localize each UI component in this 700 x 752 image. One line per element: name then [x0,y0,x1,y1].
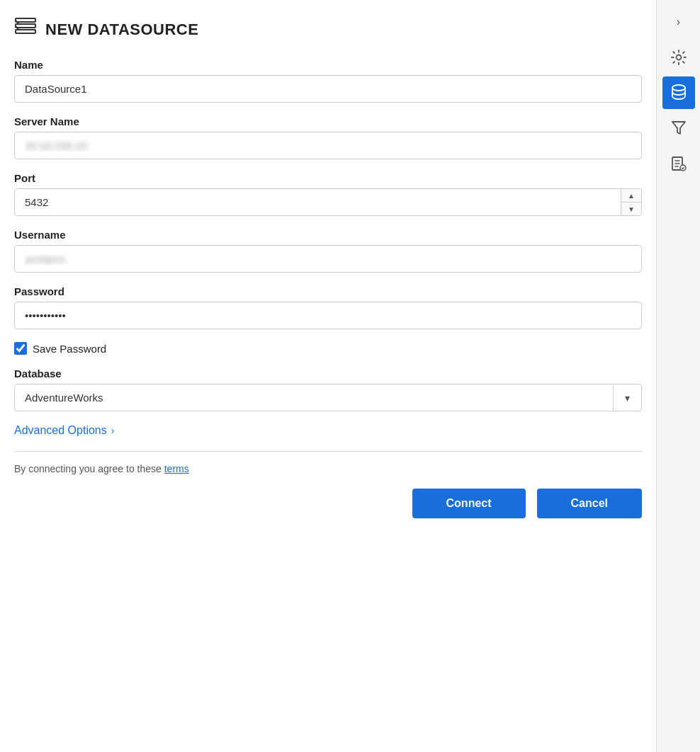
password-input[interactable] [14,302,642,329]
terms-link[interactable]: terms [164,463,189,474]
sidebar-report-icon[interactable] [662,147,695,180]
chevron-right-icon: › [111,425,115,436]
svg-rect-0 [16,18,35,22]
port-wrapper: ▲ ▼ [14,188,642,216]
advanced-options-link[interactable]: Advanced Options › [14,424,642,437]
button-row: Connect Cancel [14,489,642,518]
port-input[interactable] [15,189,621,215]
save-password-label: Save Password [33,343,106,355]
svg-point-8 [680,165,686,171]
password-label: Password [14,285,642,297]
connect-button[interactable]: Connect [412,489,526,518]
username-group: Username [14,229,642,273]
port-spinners: ▲ ▼ [621,189,641,215]
username-input[interactable] [14,245,642,273]
server-name-input[interactable] [14,132,642,159]
port-group: Port ▲ ▼ [14,172,642,216]
database-group: Database ▾ [14,368,642,411]
terms-text: By connecting you agree to these terms [14,463,642,474]
advanced-options-label: Advanced Options [14,424,107,437]
name-input[interactable] [14,75,642,103]
form-header: NEW DATASOURCE [14,17,642,42]
port-increment-button[interactable]: ▲ [621,189,641,203]
sidebar: › [656,0,700,752]
save-password-checkbox[interactable] [14,342,27,355]
sidebar-database-icon[interactable] [662,76,695,109]
datasource-icon [14,17,37,42]
port-decrement-button[interactable]: ▼ [621,203,641,215]
name-group: Name [14,59,642,103]
cancel-button[interactable]: Cancel [537,489,642,518]
save-password-group: Save Password [14,342,642,355]
database-dropdown-button[interactable]: ▾ [613,385,641,411]
password-group: Password [14,285,642,329]
svg-point-6 [672,85,685,91]
divider [14,451,642,452]
svg-line-4 [16,26,18,29]
server-name-label: Server Name [14,115,642,127]
database-label: Database [14,368,642,380]
name-label: Name [14,59,642,71]
port-label: Port [14,172,642,184]
svg-rect-2 [16,30,35,33]
page-title: NEW DATASOURCE [45,21,198,39]
sidebar-expand-button[interactable]: › [662,6,695,38]
sidebar-filter-icon[interactable] [662,112,695,144]
svg-point-5 [676,55,681,60]
database-input[interactable] [15,384,613,411]
username-label: Username [14,229,642,241]
database-wrapper: ▾ [14,384,642,411]
svg-rect-1 [16,24,35,28]
svg-line-3 [16,21,18,23]
server-name-group: Server Name [14,115,642,159]
sidebar-settings-icon[interactable] [662,41,695,74]
